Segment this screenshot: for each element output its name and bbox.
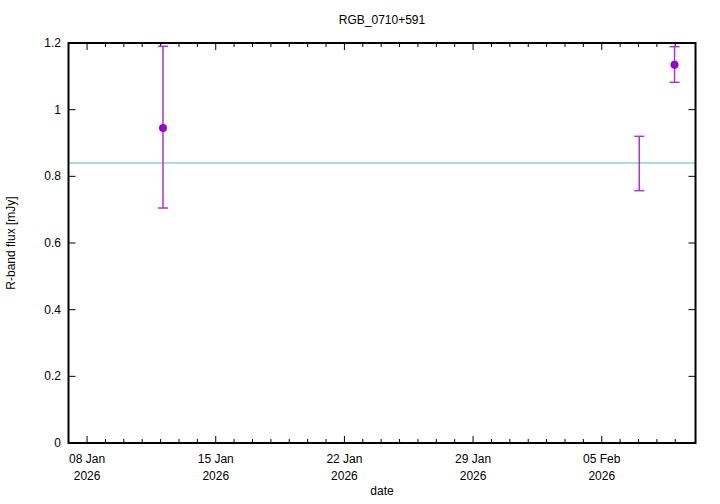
x-tick-label: 2026: [331, 469, 358, 483]
y-tick-label: 0.6: [44, 236, 61, 250]
chart-title: RGB_0710+591: [339, 13, 426, 27]
flux-light-curve-figure: RGB_0710+591 00.20.40.60.811.208 Jan2026…: [0, 0, 720, 504]
x-tick-label: 2026: [588, 469, 615, 483]
x-tick-label: 22 Jan: [326, 452, 362, 466]
x-tick-label: 08 Jan: [69, 452, 105, 466]
data-series: [158, 46, 680, 208]
axis-tick-labels: 00.20.40.60.811.208 Jan202615 Jan202622 …: [44, 36, 620, 483]
x-tick-label: 2026: [460, 469, 487, 483]
x-tick-label: 2026: [74, 469, 101, 483]
data-point-group: [158, 46, 168, 208]
x-tick-label: 05 Feb: [583, 452, 621, 466]
x-tick-label: 29 Jan: [455, 452, 491, 466]
x-axis-label: date: [370, 484, 394, 498]
y-tick-label: 0: [54, 436, 61, 450]
data-point-group: [670, 47, 680, 83]
y-tick-label: 0.8: [44, 169, 61, 183]
y-tick-label: 0.4: [44, 303, 61, 317]
data-point-marker: [671, 61, 679, 69]
x-tick-label: 15 Jan: [198, 452, 234, 466]
y-tick-label: 1: [54, 103, 61, 117]
flux-plot: RGB_0710+591 00.20.40.60.811.208 Jan2026…: [0, 0, 720, 504]
data-point-marker: [159, 124, 167, 132]
y-tick-label: 0.2: [44, 369, 61, 383]
x-tick-label: 2026: [202, 469, 229, 483]
y-axis-label: R-band flux [mJy]: [4, 196, 18, 289]
y-tick-label: 1.2: [44, 36, 61, 50]
